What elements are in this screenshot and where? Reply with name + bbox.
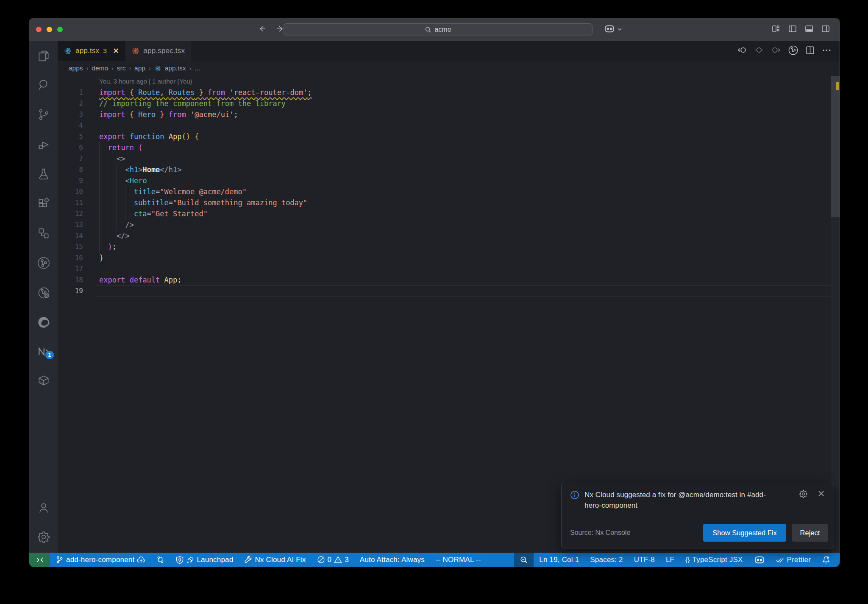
launchpad-label: Launchpad xyxy=(197,556,233,564)
scrollbar-thumb[interactable] xyxy=(831,76,840,217)
gitlens-icon[interactable] xyxy=(29,256,58,270)
command-center-search[interactable]: acme xyxy=(284,23,593,36)
scrollbar-track[interactable] xyxy=(831,76,840,553)
toggle-primary-sidebar-icon[interactable] xyxy=(788,24,797,35)
customize-layout-icon[interactable] xyxy=(771,24,781,35)
react-icon xyxy=(64,47,72,55)
title-bar: acme xyxy=(29,18,840,41)
error-count: 0 xyxy=(328,556,332,564)
code-lines: You, 3 hours ago | 1 author (You)1import… xyxy=(58,76,831,296)
copilot-icon[interactable] xyxy=(604,24,615,35)
launchpad-status-item[interactable]: Launchpad xyxy=(170,553,239,567)
more-actions-icon[interactable] xyxy=(821,45,832,57)
code-line-16: 16} xyxy=(58,252,831,263)
auto-attach-status-item[interactable]: Auto Attach: Always xyxy=(354,553,430,567)
explorer-icon[interactable] xyxy=(29,49,58,63)
nx-console-icon[interactable]: 1 xyxy=(29,344,58,359)
cloud-upload-icon xyxy=(137,556,145,564)
package-icon[interactable] xyxy=(29,374,58,387)
code-line-2: 2// importing the component from the lib… xyxy=(58,98,831,109)
encoding-status-item[interactable]: UTF-8 xyxy=(629,553,660,567)
error-icon xyxy=(317,556,325,564)
nav-forward-circle-icon[interactable] xyxy=(771,45,782,57)
nx-cloud-fix-status-item[interactable]: Nx Cloud AI Fix xyxy=(239,553,311,567)
cursor-position-status-item[interactable]: Ln 19, Col 1 xyxy=(534,553,584,567)
warning-count: 3 xyxy=(345,556,349,564)
account-icon[interactable] xyxy=(29,501,58,515)
testing-icon[interactable] xyxy=(29,167,58,181)
breadcrumb-more[interactable]: ... xyxy=(195,64,200,72)
compare-status-item[interactable] xyxy=(151,553,170,567)
gitlens-inspect-icon[interactable] xyxy=(29,285,58,300)
cursor-position: Ln 19, Col 1 xyxy=(539,556,579,564)
toast-message: Nx Cloud suggested a fix for @acme/demo:… xyxy=(584,489,783,511)
tab-bar: app.tsx 3 ✕ app.spec.tsx xyxy=(58,41,840,61)
maximize-window-button[interactable] xyxy=(57,27,63,32)
eol-status-item[interactable]: LF xyxy=(660,553,680,567)
search-icon[interactable] xyxy=(29,78,58,92)
nav-dot-circle-icon[interactable] xyxy=(754,45,765,57)
chevron-down-icon[interactable] xyxy=(617,26,622,34)
code-editor[interactable]: You, 3 hours ago | 1 author (You)1import… xyxy=(58,76,840,553)
settings-gear-icon[interactable] xyxy=(29,530,58,544)
language-status-item[interactable]: {} TypeScript JSX xyxy=(680,553,748,567)
problems-status-item[interactable]: 0 3 xyxy=(312,553,354,567)
breadcrumb-item[interactable]: apps xyxy=(69,64,83,72)
edge-tools-icon[interactable] xyxy=(29,315,58,330)
zoom-status-item[interactable] xyxy=(514,553,534,567)
extensions-icon[interactable] xyxy=(29,197,58,210)
breadcrumb-file[interactable]: app.tsx xyxy=(165,64,186,72)
code-line-13: 13 /> xyxy=(58,219,831,230)
split-editor-icon[interactable] xyxy=(805,45,815,57)
show-suggested-fix-button[interactable]: Show Suggested Fix xyxy=(703,524,786,542)
rocket-shield-icon xyxy=(175,556,184,564)
source-control-icon[interactable] xyxy=(29,108,58,121)
indentation-status-item[interactable]: Spaces: 2 xyxy=(584,553,628,567)
tab-label: app.spec.tsx xyxy=(143,47,185,55)
wrench-icon xyxy=(244,556,252,564)
encoding-label: UTF-8 xyxy=(634,556,655,564)
toggle-panel-icon[interactable] xyxy=(804,24,814,35)
nav-forward-icon[interactable] xyxy=(276,25,284,35)
rocket-icon xyxy=(186,556,194,564)
search-icon xyxy=(425,26,431,33)
formatter-status-item[interactable]: Prettier xyxy=(771,553,816,567)
close-window-button[interactable] xyxy=(36,27,42,32)
nav-back-icon[interactable] xyxy=(258,25,267,35)
braces-icon: {} xyxy=(685,556,690,563)
nx-cloud-label: Nx Cloud AI Fix xyxy=(255,556,306,564)
zoom-out-icon xyxy=(520,556,528,564)
nav-back-circle-icon[interactable] xyxy=(737,45,748,57)
reject-button[interactable]: Reject xyxy=(792,524,828,542)
tab-label: app.tsx xyxy=(75,47,99,55)
copilot-status-item[interactable] xyxy=(748,553,771,567)
hierarchy-icon[interactable] xyxy=(29,226,58,240)
commit-graph-icon[interactable] xyxy=(787,45,799,58)
code-line-10: 10 title="Welcmoe @acme/demo" xyxy=(58,186,831,197)
branch-status-item[interactable]: add-hero-component xyxy=(50,553,151,567)
toggle-secondary-sidebar-icon[interactable] xyxy=(821,24,830,35)
code-line-11: 11 subtitle="Build something amazing tod… xyxy=(58,197,831,208)
gitlens-blame: You, 3 hours ago | 1 author (You) xyxy=(99,76,192,87)
breadcrumb-item[interactable]: app xyxy=(134,64,145,72)
code-line-5: 5export function App() { xyxy=(58,131,831,142)
vim-mode-status-item[interactable]: -- NORMAL -- xyxy=(430,553,487,567)
minimize-window-button[interactable] xyxy=(47,27,52,32)
notifications-status-item[interactable] xyxy=(816,553,836,567)
toast-close-icon[interactable] xyxy=(817,489,825,511)
breadcrumb-item[interactable]: demo xyxy=(92,64,108,72)
bell-icon xyxy=(822,556,830,564)
run-debug-icon[interactable] xyxy=(29,138,58,151)
toast-settings-gear-icon[interactable] xyxy=(799,489,808,511)
tab-app-spec-tsx[interactable]: app.spec.tsx xyxy=(125,41,191,61)
tab-app-tsx[interactable]: app.tsx 3 ✕ xyxy=(58,41,125,61)
code-line-17: 17 xyxy=(58,263,831,274)
remote-icon xyxy=(36,556,44,563)
activity-bar: 1 xyxy=(29,41,58,553)
breadcrumb-item[interactable]: src xyxy=(117,64,126,72)
vim-mode-label: -- NORMAL -- xyxy=(436,556,481,564)
close-tab-icon[interactable]: ✕ xyxy=(113,46,119,56)
toast-source: Source: Nx Console xyxy=(570,529,630,537)
branch-name: add-hero-component xyxy=(66,556,134,564)
remote-indicator[interactable] xyxy=(29,553,50,567)
